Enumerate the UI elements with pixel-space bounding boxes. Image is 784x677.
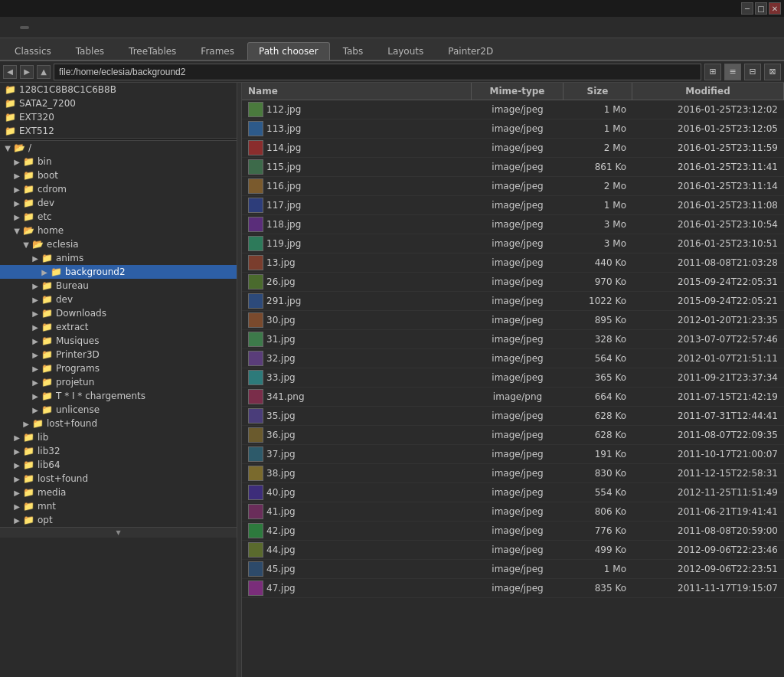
tree-item[interactable]: ▶📁mnt [0, 499, 237, 513]
file-size-cell: 776 Ko [564, 524, 632, 538]
view-grid-button[interactable]: ⊠ [764, 64, 781, 80]
table-row[interactable]: 36.jpg image/jpeg 628 Ko 2011-08-07T22:0… [242, 426, 784, 445]
tree-item[interactable]: ▶📁etc [0, 210, 237, 224]
nav-tab-frames[interactable]: Frames [189, 42, 246, 60]
tree-label: unlicense [56, 404, 100, 415]
tree-item[interactable]: ▶📁lost+found [0, 417, 237, 430]
column-header-name[interactable]: Name [242, 83, 472, 100]
table-row[interactable]: 47.jpg image/jpeg 835 Ko 2011-11-17T19:1… [242, 579, 784, 598]
table-row[interactable]: 115.jpg image/jpeg 861 Ko 2016-01-25T23:… [242, 158, 784, 177]
table-row[interactable]: 31.jpg image/jpeg 328 Ko 2013-07-07T22:5… [242, 330, 784, 349]
table-row[interactable]: 30.jpg image/jpeg 895 Ko 2012-01-20T21:2… [242, 311, 784, 330]
table-row[interactable]: 291.jpg image/jpeg 1022 Ko 2015-09-24T22… [242, 292, 784, 311]
file-thumbnail [248, 159, 263, 175]
table-row[interactable]: 38.jpg image/jpeg 830 Ko 2011-12-15T22:5… [242, 464, 784, 483]
table-row[interactable]: 116.jpg image/jpeg 2 Mo 2016-01-25T23:11… [242, 177, 784, 196]
tree-item-selected[interactable]: ▶📁background2 [0, 265, 237, 279]
tree-item[interactable]: ▶📁opt [0, 513, 237, 527]
nav-tab-path-chooser[interactable]: Path chooser [247, 42, 330, 60]
nav-tab-tabs[interactable]: Tabs [332, 42, 375, 60]
disk-item[interactable]: 📁SATA2_7200 [0, 96, 237, 110]
tree-item[interactable]: ▶📁boot [0, 168, 237, 182]
tree-item[interactable]: ▼📂home [0, 224, 237, 237]
tree-item[interactable]: ▶📁Programs [0, 361, 237, 375]
table-row[interactable]: 45.jpg image/jpeg 1 Mo 2012-09-06T22:23:… [242, 560, 784, 579]
column-header-size[interactable]: Size [564, 83, 632, 100]
nav-tab-treetables[interactable]: TreeTables [117, 42, 188, 60]
table-row[interactable]: 118.jpg image/jpeg 3 Mo 2016-01-25T23:10… [242, 215, 784, 234]
tree-label: Downloads [56, 308, 106, 319]
column-header-mime[interactable]: Mime-type [472, 83, 564, 100]
table-row[interactable]: 35.jpg image/jpeg 628 Ko 2011-07-31T12:4… [242, 407, 784, 426]
forward-button[interactable]: ▶ [20, 65, 34, 79]
tree-item[interactable]: ▶📁projetun [0, 375, 237, 389]
table-row[interactable]: 13.jpg image/jpeg 440 Ko 2011-08-08T21:0… [242, 253, 784, 273]
table-row[interactable]: 44.jpg image/jpeg 499 Ko 2012-09-06T22:2… [242, 541, 784, 560]
tree-item[interactable]: ▶📁extract [0, 320, 237, 334]
tree-arrow: ▶ [31, 406, 40, 414]
table-row[interactable]: 117.jpg image/jpeg 1 Mo 2016-01-25T23:11… [242, 196, 784, 215]
tree-arrow: ▼ [3, 144, 12, 152]
tree-item[interactable]: ▼📂eclesia [0, 237, 237, 251]
disk-item[interactable]: 📁EXT320 [0, 110, 237, 124]
tree-item[interactable]: ▶📁media [0, 486, 237, 499]
up-button[interactable]: ▲ [37, 65, 51, 79]
nav-tab-painter2d[interactable]: Painter2D [436, 42, 505, 60]
column-header-modified[interactable]: Modified [632, 83, 784, 100]
tree-arrow: ▶ [12, 447, 21, 456]
address-input[interactable] [54, 64, 701, 80]
tree-item[interactable]: ▶📁Bureau [0, 279, 237, 293]
nav-tab-tables[interactable]: Tables [64, 42, 116, 60]
view-split-button[interactable]: ⊟ [744, 64, 761, 80]
themebar [0, 17, 784, 38]
table-row[interactable]: 113.jpg image/jpeg 1 Mo 2016-01-25T23:12… [242, 119, 784, 139]
folder-icon: 📁 [23, 156, 34, 167]
table-row[interactable]: 119.jpg image/jpeg 3 Mo 2016-01-25T23:10… [242, 234, 784, 253]
file-thumbnail [248, 504, 263, 519]
nav-tab-classics[interactable]: Classics [3, 42, 63, 60]
back-button[interactable]: ◀ [3, 65, 17, 79]
tree-item[interactable]: ▶📁lib32 [0, 444, 237, 458]
file-modified-cell: 2016-01-25T23:10:54 [632, 217, 784, 231]
tree-item[interactable]: ▶📁lib [0, 430, 237, 444]
tree-item[interactable]: ▶📁anims [0, 251, 237, 265]
disk-item[interactable]: 📁EXT512 [0, 124, 237, 138]
table-row[interactable]: 114.jpg image/jpeg 2 Mo 2016-01-25T23:11… [242, 139, 784, 158]
disk-item[interactable]: 📁128C1C8B8C1C6B8B [0, 83, 237, 96]
tree-arrow: ▶ [12, 185, 21, 194]
tree-item[interactable]: ▶📁lib64 [0, 458, 237, 472]
sidebar-scroll-down[interactable]: ▼ [0, 527, 237, 538]
theme-light-button[interactable] [20, 26, 29, 29]
file-modified-cell: 2011-07-31T12:44:41 [632, 409, 784, 423]
tree-item[interactable]: ▶📁lost+found [0, 472, 237, 486]
tree-item[interactable]: ▶📁Printer3D [0, 348, 237, 361]
maximize-button[interactable]: □ [755, 2, 767, 15]
tree-label: Programs [56, 363, 100, 374]
table-row[interactable]: 33.jpg image/jpeg 365 Ko 2011-09-21T23:3… [242, 368, 784, 388]
tree-item[interactable]: ▶📁unlicense [0, 403, 237, 417]
tree-item[interactable]: ▶📁T * I * chargements [0, 389, 237, 403]
tree-arrow: ▶ [31, 365, 40, 373]
table-row[interactable]: 26.jpg image/jpeg 970 Ko 2015-09-24T22:0… [242, 273, 784, 292]
table-row[interactable]: 41.jpg image/jpeg 806 Ko 2011-06-21T19:4… [242, 502, 784, 522]
table-row[interactable]: 32.jpg image/jpeg 564 Ko 2012-01-07T21:5… [242, 349, 784, 368]
view-icons-button[interactable]: ⊞ [704, 64, 721, 80]
tree-item[interactable]: ▶📁cdrom [0, 182, 237, 196]
theme-dark-button[interactable] [32, 26, 41, 29]
table-row[interactable]: 37.jpg image/jpeg 191 Ko 2011-10-17T21:0… [242, 445, 784, 464]
table-row[interactable]: 341.png image/png 664 Ko 2011-07-15T21:4… [242, 388, 784, 407]
tree-item[interactable]: ▶📁Downloads [0, 306, 237, 320]
table-row[interactable]: 40.jpg image/jpeg 554 Ko 2012-11-25T11:5… [242, 483, 784, 502]
tree-item[interactable]: ▶📁Musiques [0, 334, 237, 348]
tree-item[interactable]: ▼📂/ [0, 141, 237, 155]
close-button[interactable]: ✕ [769, 2, 781, 15]
table-row[interactable]: 112.jpg image/jpeg 1 Mo 2016-01-25T23:12… [242, 100, 784, 119]
view-list-button[interactable]: ≡ [724, 64, 741, 80]
tree-item[interactable]: ▶📁dev [0, 196, 237, 210]
table-row[interactable]: 42.jpg image/jpeg 776 Ko 2011-08-08T20:5… [242, 522, 784, 541]
tree-arrow: ▶ [12, 475, 21, 483]
minimize-button[interactable]: ─ [741, 2, 753, 15]
tree-item[interactable]: ▶📁dev [0, 293, 237, 306]
nav-tab-layouts[interactable]: Layouts [376, 42, 435, 60]
tree-item[interactable]: ▶📁bin [0, 155, 237, 168]
